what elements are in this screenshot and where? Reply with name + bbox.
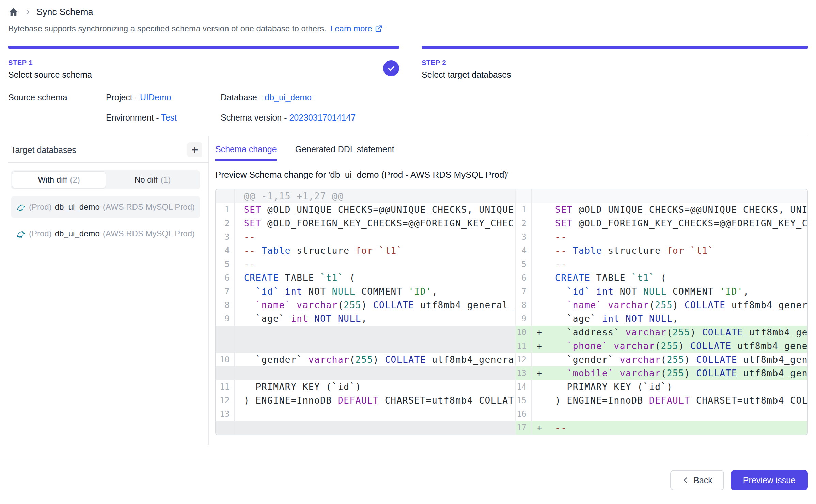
left-code-line: `age` int NOT NULL, <box>235 312 515 326</box>
left-line-number: 10 <box>216 353 235 366</box>
left-code-line: -- <box>235 257 515 271</box>
tab-generated-ddl[interactable]: Generated DDL statement <box>295 144 394 161</box>
diff-table: @@ -1,15 +1,27 @@1SET @OLD_UNIQUE_CHECKS… <box>215 189 808 435</box>
added-line-marker <box>532 312 546 326</box>
add-target-database-button[interactable]: + <box>187 142 202 157</box>
target-databases-panel: Target databases + With diff (2) No diff… <box>8 136 209 445</box>
left-filler-line <box>235 421 515 435</box>
left-filler-line <box>235 339 515 353</box>
left-line-number: 8 <box>216 298 235 312</box>
hunk-header: @@ -1,15 +1,27 @@ <box>235 189 515 203</box>
tab-no-diff[interactable]: No diff (1) <box>106 171 199 188</box>
left-line-number: 2 <box>216 217 235 230</box>
field-name: Database <box>221 93 257 102</box>
right-code-line: -- <box>546 421 807 435</box>
tab-count: (2) <box>70 175 80 185</box>
left-code-line: PRIMARY KEY (`id`) <box>235 380 515 394</box>
home-icon[interactable] <box>8 7 19 17</box>
diff-row: 9 `age` int NOT NULL,9 `age` int NOT NUL… <box>216 312 807 326</box>
diff-row: 8 `name` varchar(255) COLLATE utf8mb4_ge… <box>216 298 807 312</box>
preview-issue-button[interactable]: Preview issue <box>731 470 808 490</box>
diff-row: 2SET @OLD_FOREIGN_KEY_CHECKS=@@FOREIGN_K… <box>216 217 807 230</box>
panel-divider <box>8 162 208 163</box>
database-instance: (AWS RDS MySQL Prod) <box>103 229 195 238</box>
step-1-title: Select source schema <box>8 70 92 80</box>
chevron-left-icon <box>682 476 689 484</box>
diff-row: 5--5-- <box>216 257 807 271</box>
left-filler-gutter <box>216 339 235 353</box>
added-line-marker <box>532 285 546 298</box>
target-database-item[interactable]: (Prod)db_ui_demo(AWS RDS MySQL Prod) <box>11 223 200 245</box>
left-code-line: -- Table structure for `t1` <box>235 244 515 257</box>
step-1-progress-bar <box>8 46 399 49</box>
right-line-number: 8 <box>515 298 532 312</box>
added-line-marker <box>532 380 546 394</box>
right-line-number: 4 <box>515 244 532 257</box>
diff-row: 11+ `phone` varchar(255) COLLATE utf8mb4… <box>216 339 807 353</box>
back-button-label: Back <box>693 475 712 485</box>
diff-row: 6CREATE TABLE `t1` (6CREATE TABLE `t1` ( <box>216 271 807 285</box>
added-line-marker: + <box>532 366 546 380</box>
mysql-dolphin-icon <box>16 202 26 212</box>
right-code-line: `address` varchar(255) COLLATE utf8mb4_g… <box>546 326 807 339</box>
added-line-marker <box>532 230 546 244</box>
stepper: STEP 1 Select source schema STEP 2 Selec… <box>8 46 808 80</box>
left-filler-gutter <box>216 326 235 339</box>
schema-version-link[interactable]: 20230317014147 <box>289 113 356 122</box>
target-database-list: (Prod)db_ui_demo(AWS RDS MySQL Prod)(Pro… <box>8 196 203 245</box>
tab-label: With diff <box>38 175 67 185</box>
step-2-label: STEP 2 <box>422 59 511 67</box>
left-filler-gutter <box>216 366 235 380</box>
right-line-number: 11 <box>515 339 532 353</box>
right-code-line: -- Table structure for `t1` <box>546 244 807 257</box>
environment-link[interactable]: Test <box>161 113 177 122</box>
left-filler-line <box>235 326 515 339</box>
step-1-label: STEP 1 <box>8 59 92 67</box>
step-2-title: Select target databases <box>422 70 511 80</box>
diff-row: 17+-- <box>216 421 807 435</box>
diff-row: 7 `id` int NOT NULL COMMENT 'ID',7 `id` … <box>216 285 807 298</box>
preview-title: Preview Schema change for 'db_ui_demo (P… <box>215 170 808 180</box>
diff-marker <box>532 189 546 203</box>
right-code-line <box>546 189 807 203</box>
right-line-number: 7 <box>515 285 532 298</box>
right-line-number: 3 <box>515 230 532 244</box>
target-database-item[interactable]: (Prod)db_ui_demo(AWS RDS MySQL Prod) <box>11 196 200 218</box>
right-code-line: PRIMARY KEY (`id`) <box>546 380 807 394</box>
tab-schema-change[interactable]: Schema change <box>215 144 277 161</box>
left-code-line <box>235 407 515 421</box>
database-link[interactable]: db_ui_demo <box>265 93 312 102</box>
database-environment: (Prod) <box>29 202 52 212</box>
field-name: Environment <box>106 113 154 122</box>
source-schema-summary: Source schema Project - UIDemo Database … <box>8 93 808 123</box>
left-code-line: `name` varchar(255) COLLATE utf8mb4_gene… <box>235 298 515 312</box>
learn-more-link[interactable]: Learn more <box>330 24 383 33</box>
page-title: Sync Schema <box>36 7 93 17</box>
right-code-line: SET @OLD_UNIQUE_CHECKS=@@UNIQUE_CHECKS, … <box>546 203 807 217</box>
added-line-marker <box>532 353 546 366</box>
diff-hunk-row: @@ -1,15 +1,27 @@ <box>216 189 807 203</box>
left-line-number: 9 <box>216 312 235 326</box>
right-line-number: 14 <box>515 380 532 394</box>
right-code-line: `gender` varchar(255) COLLATE utf8mb4_ge… <box>546 353 807 366</box>
main-container: Target databases + With diff (2) No diff… <box>8 136 808 445</box>
database-instance: (AWS RDS MySQL Prod) <box>103 202 195 212</box>
diff-row: 1SET @OLD_UNIQUE_CHECKS=@@UNIQUE_CHECKS,… <box>216 203 807 217</box>
step-1-completed-check-icon <box>383 60 399 76</box>
project-link[interactable]: UIDemo <box>140 93 171 102</box>
right-code-line: CREATE TABLE `t1` ( <box>546 271 807 285</box>
field-name: Schema version <box>221 113 282 122</box>
right-line-gutter <box>515 189 532 203</box>
tab-with-diff[interactable]: With diff (2) <box>12 171 106 188</box>
back-button[interactable]: Back <box>670 470 724 490</box>
left-code-line: ) ENGINE=InnoDB DEFAULT CHARSET=utf8mb4 … <box>235 394 515 407</box>
added-line-marker <box>532 394 546 407</box>
right-line-number: 2 <box>515 217 532 230</box>
preview-tabs: Schema change Generated DDL statement <box>215 144 808 161</box>
right-line-number: 9 <box>515 312 532 326</box>
left-line-number: 13 <box>216 407 235 421</box>
source-schema-version-field: Schema version - 20230317014147 <box>221 113 808 123</box>
source-schema-label: Source schema <box>8 93 106 103</box>
right-line-number: 12 <box>515 353 532 366</box>
left-code-line: -- <box>235 230 515 244</box>
